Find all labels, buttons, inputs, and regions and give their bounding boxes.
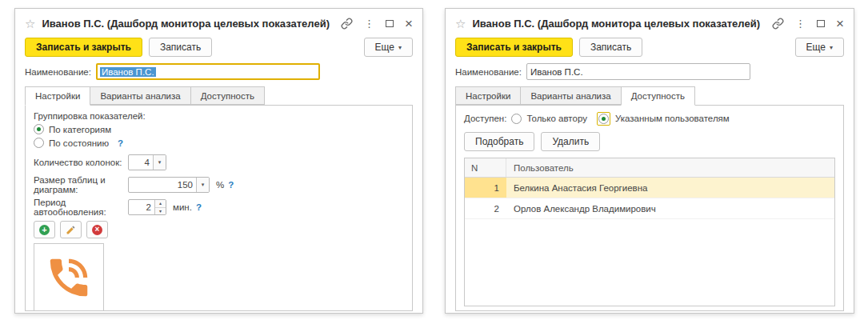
tab-access[interactable]: Доступность bbox=[190, 86, 265, 105]
link-icon[interactable] bbox=[341, 18, 353, 30]
window-title: Иванов П.С. (Дашборд монитора целевых по… bbox=[42, 18, 334, 30]
maximize-icon[interactable] bbox=[817, 20, 825, 27]
column-header-user[interactable]: Пользователь bbox=[506, 163, 834, 173]
tab-analysis-variants[interactable]: Варианты анализа bbox=[90, 86, 190, 105]
radio-option-author-only[interactable]: Только автору bbox=[511, 114, 587, 124]
save-button[interactable]: Записать bbox=[579, 38, 642, 57]
close-icon[interactable]: × bbox=[836, 17, 844, 30]
refresh-period-label: Период автообновления: bbox=[34, 198, 128, 217]
more-button[interactable]: Еще ▾ bbox=[364, 38, 413, 57]
columns-count-value: 4 bbox=[129, 155, 153, 170]
maximize-glyph bbox=[386, 20, 394, 27]
more-button[interactable]: Еще ▾ bbox=[795, 38, 844, 57]
radio-selected-icon[interactable] bbox=[598, 114, 609, 124]
window-controls: ⋮ × bbox=[772, 17, 844, 30]
add-icon: + bbox=[39, 225, 50, 235]
maximize-icon[interactable] bbox=[386, 20, 394, 27]
refresh-period-stepper[interactable]: 2 ▴ ▾ bbox=[128, 199, 166, 215]
more-button-label: Еще bbox=[375, 42, 394, 53]
radio-unselected-icon[interactable] bbox=[511, 114, 522, 124]
close-icon[interactable]: × bbox=[405, 17, 413, 30]
users-table: N Пользователь 1 Белкина Анастасия Георг… bbox=[464, 158, 835, 306]
pencil-icon bbox=[66, 225, 76, 235]
chevron-down-icon: ▾ bbox=[398, 44, 402, 51]
column-header-number[interactable]: N bbox=[465, 158, 506, 177]
help-icon[interactable]: ? bbox=[228, 180, 234, 190]
name-field-row: Наименование: Иванов П.С. bbox=[15, 62, 422, 86]
size-row: Размер таблиц и диаграмм: 150 ▾ % ? bbox=[34, 175, 404, 194]
size-unit-label: % bbox=[216, 180, 224, 190]
link-icon[interactable] bbox=[772, 18, 784, 30]
maximize-glyph bbox=[817, 20, 825, 27]
remove-user-button[interactable]: Удалить bbox=[541, 132, 600, 151]
name-input[interactable]: Иванов П.С. bbox=[526, 63, 750, 80]
columns-count-row: Количество колонок: 4 ▾ bbox=[34, 153, 404, 172]
command-bar: Записать и закрыть Записать Еще ▾ bbox=[15, 34, 422, 62]
columns-count-label: Количество колонок: bbox=[34, 158, 128, 167]
delete-button[interactable]: × bbox=[86, 221, 108, 238]
size-label: Размер таблиц и диаграмм: bbox=[34, 175, 128, 194]
focus-ring bbox=[597, 112, 610, 126]
size-value: 150 bbox=[129, 178, 196, 192]
tab-analysis-variants[interactable]: Варианты анализа bbox=[520, 86, 621, 105]
tab-settings[interactable]: Настройки bbox=[25, 86, 90, 106]
spin-down-icon[interactable]: ▾ bbox=[155, 208, 166, 215]
help-icon[interactable]: ? bbox=[118, 138, 123, 148]
access-row: Доступен: Только автору Указанным пользо… bbox=[464, 111, 835, 126]
radio-option-by-categories[interactable]: По категориям bbox=[34, 124, 404, 134]
help-icon[interactable]: ? bbox=[196, 202, 202, 212]
image-toolbar: + × bbox=[34, 221, 404, 238]
tab-bar: Настройки Варианты анализа Доступность bbox=[15, 86, 422, 105]
chevron-down-icon: ▾ bbox=[830, 44, 833, 51]
radio-option-specified-users[interactable]: Указанным пользователям bbox=[597, 112, 730, 126]
chevron-down-icon[interactable]: ▾ bbox=[196, 178, 209, 192]
window-controls: ⋮ × bbox=[341, 17, 413, 30]
table-row[interactable]: 2 Орлов Александр Владимирович bbox=[465, 198, 834, 219]
chevron-down-icon[interactable]: ▾ bbox=[153, 155, 166, 170]
table-toolbar: Подобрать Удалить bbox=[464, 132, 835, 151]
phone-in-talk-icon bbox=[44, 253, 94, 302]
name-input-selected-text: Иванов П.С. bbox=[100, 67, 156, 77]
name-input-text: Иванов П.С. bbox=[530, 67, 583, 77]
row-number-cell: 1 bbox=[465, 178, 506, 198]
name-field-row: Наименование: Иванов П.С. bbox=[446, 62, 854, 86]
name-input[interactable]: Иванов П.С. bbox=[96, 63, 320, 80]
radio-unselected-icon[interactable] bbox=[34, 138, 44, 148]
row-user-cell: Орлов Александр Владимирович bbox=[506, 198, 834, 218]
refresh-period-value: 2 bbox=[129, 200, 154, 214]
grouping-label: Группировка показателей: bbox=[34, 111, 404, 121]
edit-button[interactable] bbox=[60, 221, 82, 238]
window-title: Иванов П.С. (Дашборд монитора целевых по… bbox=[472, 18, 766, 30]
refresh-period-unit-label: мин. bbox=[173, 202, 192, 212]
save-close-button[interactable]: Записать и закрыть bbox=[455, 38, 573, 57]
columns-count-select[interactable]: 4 ▾ bbox=[128, 154, 166, 170]
users-table-header: N Пользователь bbox=[465, 158, 834, 178]
refresh-period-row: Период автообновления: 2 ▴ ▾ мин. ? bbox=[34, 198, 404, 217]
tab-access[interactable]: Доступность bbox=[621, 86, 695, 106]
tab-bar: Настройки Варианты анализа Доступность bbox=[446, 86, 854, 105]
more-menu-icon[interactable]: ⋮ bbox=[364, 18, 374, 30]
save-button[interactable]: Записать bbox=[149, 38, 212, 57]
favorite-star-icon[interactable]: ☆ bbox=[455, 18, 466, 30]
radio-option-by-state[interactable]: По состоянию ? bbox=[34, 138, 404, 148]
size-select[interactable]: 150 ▾ bbox=[128, 177, 210, 193]
pick-users-button[interactable]: Подобрать bbox=[464, 132, 534, 151]
radio-selected-icon[interactable] bbox=[34, 124, 44, 134]
more-menu-icon[interactable]: ⋮ bbox=[795, 18, 806, 30]
delete-icon: × bbox=[92, 225, 102, 235]
table-row[interactable]: 1 Белкина Анастасия Георгиевна bbox=[465, 178, 834, 198]
radio-option-label: По категориям bbox=[49, 125, 111, 134]
name-label: Наименование: bbox=[455, 67, 522, 77]
favorite-star-icon[interactable]: ☆ bbox=[25, 18, 35, 30]
tab-settings[interactable]: Настройки bbox=[455, 86, 521, 105]
row-number-cell: 2 bbox=[465, 198, 506, 218]
spin-up-icon[interactable]: ▴ bbox=[155, 200, 166, 208]
radio-option-label: По состоянию bbox=[49, 138, 109, 148]
dashboard-image[interactable] bbox=[34, 243, 104, 311]
save-close-button[interactable]: Записать и закрыть bbox=[25, 38, 142, 57]
add-button[interactable]: + bbox=[34, 221, 55, 238]
name-label: Наименование: bbox=[25, 67, 91, 77]
stepper-buttons: ▴ ▾ bbox=[154, 200, 166, 214]
window-dashboard-settings: ☆ Иванов П.С. (Дашборд монитора целевых … bbox=[14, 8, 423, 314]
more-button-label: Еще bbox=[806, 42, 826, 53]
